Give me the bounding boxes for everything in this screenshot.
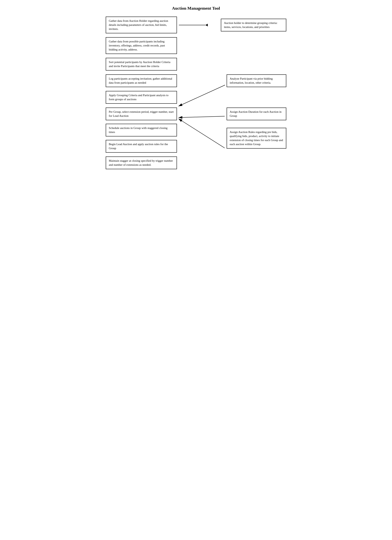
page-title: Auction Management Tool [106, 6, 286, 11]
box-r1: Auction holder to determine grouping cri… [221, 19, 286, 31]
arrow-line [179, 25, 206, 25]
box-r3: Assign Auction Duration for each Auction… [227, 108, 286, 120]
row-5: Apply Grouping Criteria and Participant … [106, 91, 286, 104]
page-container: Auction Management Tool Gather data from… [106, 6, 286, 169]
box-l3: Sort potential participants by Auction H… [106, 58, 177, 70]
box-l5: Apply Grouping Criteria and Participant … [106, 91, 177, 104]
row-9: Maintain stagger at closing specified by… [106, 156, 286, 169]
box-l6: Per Group, select extension period, trig… [106, 108, 177, 120]
arrowhead [206, 24, 208, 26]
box-l2: Gather data from possible participants i… [106, 37, 177, 54]
row-1: Gather data from Auction Holder regardin… [106, 17, 286, 33]
box-l8: Begin Lead Auction and apply auction rul… [106, 140, 177, 153]
box-l9: Maintain stagger at closing specified by… [106, 156, 177, 169]
arrow-r1 [177, 24, 210, 26]
row-3: Sort potential participants by Auction H… [106, 58, 286, 70]
box-l1: Gather data from Auction Holder regardin… [106, 17, 177, 33]
rows-4-5-container: Log participants accepting invitation; g… [106, 74, 286, 104]
box-r4: Assign Auction Rules regarding pre bids,… [227, 128, 286, 149]
box-l7: Schedule auctions in Group with staggere… [106, 124, 177, 136]
box-l4: Log participants accepting invitation; g… [106, 74, 177, 87]
box-r2: Analyze Participant via prior bidding in… [227, 74, 286, 87]
diagram: Gather data from Auction Holder regardin… [106, 17, 286, 169]
row-2: Gather data from possible participants i… [106, 37, 286, 54]
rows-6-8-container: Per Group, select extension period, trig… [106, 108, 286, 153]
